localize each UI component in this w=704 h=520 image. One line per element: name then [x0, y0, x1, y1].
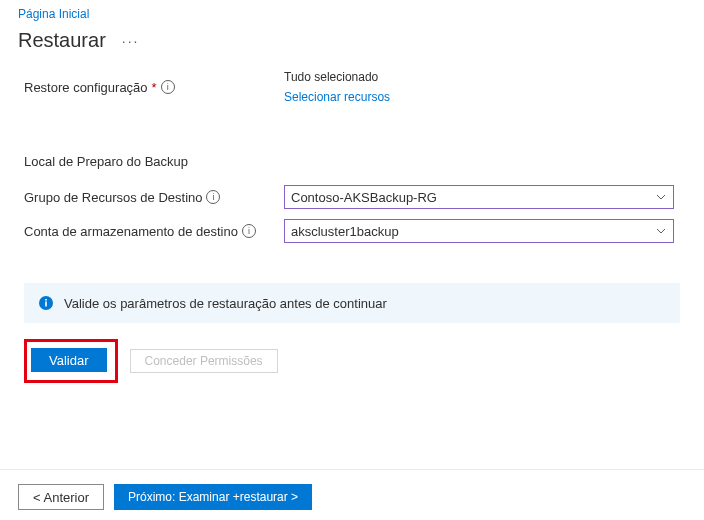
- next-button[interactable]: Próximo: Examinar +restaurar >: [114, 484, 312, 510]
- info-message: Valide os parâmetros de restauração ante…: [64, 296, 387, 311]
- target-rg-select[interactable]: Contoso-AKSBackup-RG: [284, 185, 674, 209]
- highlight-box: Validar: [24, 339, 118, 383]
- target-storage-row: Conta de armazenamento de destino i aksc…: [24, 219, 680, 243]
- more-menu[interactable]: ···: [122, 33, 140, 49]
- action-buttons: Validar Conceder Permissões: [0, 339, 704, 383]
- wizard-footer: < Anterior Próximo: Examinar +restaurar …: [0, 469, 704, 510]
- restore-config-label-text: Restore configuração: [24, 80, 148, 95]
- target-storage-label-text: Conta de armazenamento de destino: [24, 224, 238, 239]
- info-icon[interactable]: i: [206, 190, 220, 204]
- restore-config-label: Restore configuração * i: [24, 80, 284, 95]
- target-rg-label-text: Grupo de Recursos de Destino: [24, 190, 202, 205]
- info-icon[interactable]: i: [242, 224, 256, 238]
- target-storage-value: akscluster1backup: [291, 224, 399, 239]
- info-bar: Valide os parâmetros de restauração ante…: [24, 283, 680, 323]
- staging-heading: Local de Preparo do Backup: [24, 154, 680, 169]
- info-icon[interactable]: i: [161, 80, 175, 94]
- breadcrumb: Página Inicial: [0, 0, 704, 21]
- page-title: Restaurar: [18, 29, 106, 52]
- restore-config-value: Tudo selecionado Selecionar recursos: [284, 70, 680, 104]
- target-rg-row: Grupo de Recursos de Destino i Contoso-A…: [24, 185, 680, 209]
- target-rg-label: Grupo de Recursos de Destino i: [24, 190, 284, 205]
- breadcrumb-home[interactable]: Página Inicial: [18, 7, 89, 21]
- svg-rect-1: [45, 302, 47, 307]
- restore-config-row: Restore configuração * i Tudo selecionad…: [24, 70, 680, 104]
- required-indicator: *: [152, 80, 157, 95]
- target-storage-select[interactable]: akscluster1backup: [284, 219, 674, 243]
- chevron-down-icon: [655, 225, 667, 237]
- previous-button[interactable]: < Anterior: [18, 484, 104, 510]
- select-resources-link[interactable]: Selecionar recursos: [284, 90, 390, 104]
- title-row: Restaurar ···: [0, 21, 704, 70]
- validate-button[interactable]: Validar: [31, 348, 107, 372]
- chevron-down-icon: [655, 191, 667, 203]
- restore-config-status: Tudo selecionado: [284, 70, 680, 84]
- info-icon: [38, 295, 54, 311]
- target-rg-value: Contoso-AKSBackup-RG: [291, 190, 437, 205]
- grant-permissions-button: Conceder Permissões: [130, 349, 278, 373]
- target-storage-label: Conta de armazenamento de destino i: [24, 224, 284, 239]
- svg-rect-2: [45, 299, 47, 301]
